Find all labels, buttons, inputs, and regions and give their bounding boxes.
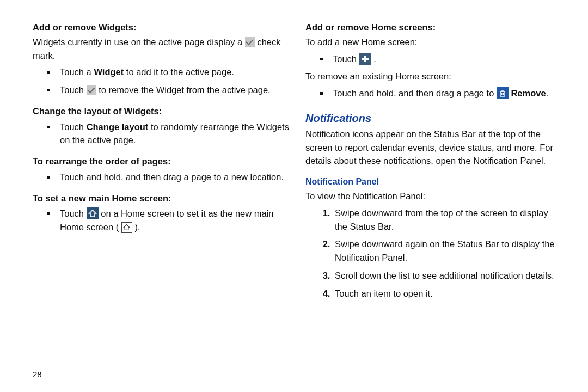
heading-notification-panel: Notification Panel xyxy=(305,175,562,188)
widgets-intro: Widgets currently in use on the active p… xyxy=(33,35,289,63)
heading-rearrange-pages: To rearrange the order of pages: xyxy=(33,155,289,168)
remove-home-bullets: Touch and hold, and then drag a page to … xyxy=(305,87,562,100)
heading-main-home: To set a new main Home screen: xyxy=(33,192,289,205)
heading-change-layout: Change the layout of Widgets: xyxy=(33,105,289,118)
widgets-bullet-add: Touch a Widget to add it to the active p… xyxy=(57,65,289,79)
panel-step-3: Scroll down the list to see additional n… xyxy=(333,269,562,283)
left-column: Add or remove Widgets: Widgets currently… xyxy=(33,21,289,304)
page-number: 28 xyxy=(33,370,42,379)
right-column: Add or remove Home screens: To add a new… xyxy=(305,21,562,304)
layout-bullet: Touch Change layout to randomly rearrang… xyxy=(57,120,289,148)
add-home-bullet: Touch . xyxy=(329,52,562,66)
rearrange-bullet: Touch and hold, and then drag a page to … xyxy=(57,170,289,184)
trash-icon xyxy=(497,87,509,99)
widgets-bullet-remove: Touch to remove the Widget from the acti… xyxy=(57,83,289,97)
panel-steps: Swipe downward from the top of the scree… xyxy=(305,206,562,301)
checkmark-icon xyxy=(87,85,96,95)
heading-add-remove-home-screens: Add or remove Home screens: xyxy=(305,21,562,34)
add-home-bullets: Touch . xyxy=(305,52,562,66)
home-filled-icon xyxy=(87,207,99,219)
panel-step-1: Swipe downward from the top of the scree… xyxy=(333,206,562,234)
panel-step-4: Touch an item to open it. xyxy=(333,287,562,301)
checkmark-icon xyxy=(245,37,255,47)
remove-home-line: To remove an existing Home screen: xyxy=(305,70,562,83)
home-outline-icon xyxy=(121,222,132,233)
heading-add-remove-widgets: Add or remove Widgets: xyxy=(33,21,289,34)
panel-intro: To view the Notification Panel: xyxy=(305,189,562,203)
plus-icon xyxy=(359,53,371,65)
widgets-bullets: Touch a Widget to add it to the active p… xyxy=(33,65,289,97)
mainhome-bullet: Touch on a Home screen to set it as the … xyxy=(57,207,289,234)
panel-step-2: Swipe downward again on the Status Bar t… xyxy=(333,237,562,265)
remove-home-bullet: Touch and hold, and then drag a page to … xyxy=(329,87,562,100)
heading-notifications: Notifications xyxy=(305,110,562,126)
add-home-line: To add a new Home screen: xyxy=(305,35,562,49)
layout-bullets: Touch Change layout to randomly rearrang… xyxy=(33,120,289,148)
mainhome-bullets: Touch on a Home screen to set it as the … xyxy=(33,207,289,234)
rearrange-bullets: Touch and hold, and then drag a page to … xyxy=(33,170,289,184)
notifications-para: Notification icons appear on the Status … xyxy=(305,127,562,168)
